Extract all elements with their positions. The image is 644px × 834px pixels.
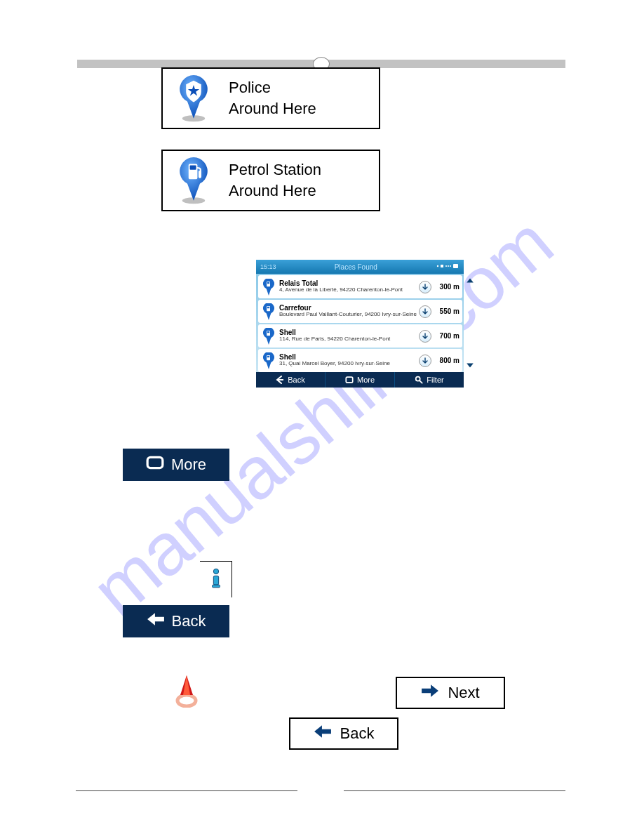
places-title: Places Found — [276, 263, 436, 271]
police-pin-icon — [171, 73, 216, 124]
back-button[interactable]: Back — [123, 605, 229, 637]
direction-icon — [419, 355, 431, 367]
place-address: 4, Avenue de la Liberté, 94220 Charenton… — [279, 287, 417, 293]
police-around-here-button[interactable]: Police Around Here — [161, 67, 380, 129]
footer-rule-right — [344, 790, 565, 791]
more-screen-icon — [146, 455, 164, 475]
svg-rect-23 — [212, 585, 220, 588]
back-button-label: Back — [172, 612, 206, 630]
place-distance: 800 m — [431, 357, 459, 364]
arrow-left-icon — [147, 612, 165, 630]
list-item[interactable]: Shell31, Quai Marcel Boyer, 94200 Ivry-s… — [258, 349, 462, 372]
arrow-right-icon — [421, 684, 439, 702]
svg-rect-15 — [267, 331, 269, 332]
svg-rect-5 — [441, 265, 443, 267]
footer-rule-left — [76, 790, 297, 791]
place-name: Shell — [279, 329, 417, 336]
svg-rect-3 — [190, 165, 196, 169]
petrol-pin-icon — [261, 304, 276, 319]
next-button[interactable]: Next — [396, 677, 505, 709]
scroll-bar[interactable] — [464, 274, 476, 372]
svg-point-4 — [437, 265, 438, 267]
alert-pin-icon — [172, 674, 201, 708]
panel-filter-label: Filter — [427, 376, 443, 384]
direction-icon — [419, 305, 431, 318]
svg-rect-13 — [267, 306, 269, 307]
list-item[interactable]: Shell114, Rue de Paris, 94220 Charenton-… — [258, 324, 462, 348]
scroll-down-icon[interactable] — [465, 360, 475, 370]
svg-point-7 — [448, 265, 449, 267]
panel-more-label: More — [357, 376, 375, 384]
scroll-up-icon[interactable] — [465, 276, 475, 286]
svg-rect-18 — [346, 377, 352, 383]
place-address: 114, Rue de Paris, 94220 Charenton-le-Po… — [279, 336, 417, 343]
status-icons — [436, 263, 459, 271]
petrol-label-line1: Petrol Station — [229, 159, 321, 180]
info-icon — [208, 568, 224, 592]
list-item[interactable]: CarrefourBoulevard Paul Vaillant-Couturi… — [258, 300, 462, 323]
place-distance: 700 m — [431, 332, 459, 340]
direction-icon — [419, 281, 431, 293]
petrol-around-here-button[interactable]: Petrol Station Around Here — [161, 150, 380, 211]
places-list: Relais Total4, Avenue de la Liberté, 942… — [256, 274, 464, 372]
more-button[interactable]: More — [123, 449, 229, 481]
place-address: 31, Quai Marcel Boyer, 94200 Ivry-sur-Se… — [279, 361, 417, 367]
svg-point-8 — [450, 265, 451, 267]
svg-rect-22 — [213, 576, 218, 585]
info-button[interactable] — [200, 561, 232, 597]
arrow-left-icon — [314, 724, 332, 743]
direction-icon — [419, 330, 431, 343]
police-button-label: Police Around Here — [229, 77, 316, 119]
svg-rect-11 — [267, 282, 269, 283]
petrol-pin-icon — [261, 279, 276, 295]
petrol-label-line2: Around Here — [229, 180, 321, 201]
place-name: Shell — [279, 354, 417, 361]
place-distance: 550 m — [431, 307, 459, 315]
place-address: Boulevard Paul Vaillant-Couturier, 94200… — [279, 312, 417, 318]
panel-filter-button[interactable]: Filter — [395, 372, 464, 388]
police-label-line2: Around Here — [229, 98, 316, 119]
next-button-label: Next — [448, 684, 479, 702]
place-distance: 300 m — [431, 283, 459, 291]
petrol-pin-icon — [261, 353, 276, 369]
back-button-outline[interactable]: Back — [289, 717, 398, 750]
panel-back-button[interactable]: Back — [256, 372, 326, 388]
place-name: Carrefour — [279, 305, 417, 312]
more-button-label: More — [171, 456, 206, 474]
police-label-line1: Police — [229, 77, 316, 98]
petrol-pin-icon — [171, 155, 216, 206]
back-button-outline-label: Back — [340, 724, 375, 743]
svg-rect-17 — [267, 355, 269, 357]
panel-back-label: Back — [288, 376, 304, 384]
places-header: 15:13 Places Found — [256, 260, 464, 274]
petrol-pin-icon — [261, 329, 276, 344]
panel-more-button[interactable]: More — [326, 372, 395, 388]
svg-point-21 — [213, 569, 218, 574]
svg-rect-20 — [147, 457, 163, 468]
petrol-button-label: Petrol Station Around Here — [229, 159, 321, 201]
svg-point-6 — [445, 265, 447, 267]
status-time: 15:13 — [260, 263, 276, 270]
svg-rect-9 — [453, 264, 458, 268]
list-item[interactable]: Relais Total4, Avenue de la Liberté, 942… — [258, 275, 462, 298]
places-found-screenshot: 15:13 Places Found Relais Total4, Avenue… — [256, 260, 464, 388]
svg-point-24 — [177, 695, 196, 706]
place-name: Relais Total — [279, 280, 417, 287]
